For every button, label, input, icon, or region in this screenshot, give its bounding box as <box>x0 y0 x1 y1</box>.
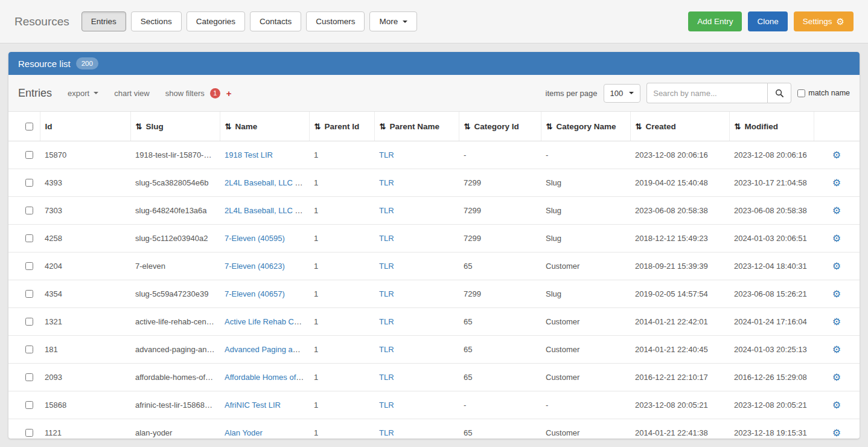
tab-label: Contacts <box>260 17 292 26</box>
row-checkbox[interactable] <box>25 234 33 242</box>
name-link[interactable]: 1918 Test LIR <box>225 150 273 159</box>
row-settings-gear-icon[interactable]: ⚙ <box>832 178 841 188</box>
tab-label: Entries <box>91 17 116 26</box>
row-settings-gear-icon[interactable]: ⚙ <box>832 428 841 438</box>
row-checkbox[interactable] <box>25 401 33 409</box>
table-row: 1321active-life-rehab-centerActive Life … <box>8 308 860 336</box>
chart-view-link[interactable]: chart view <box>114 89 150 98</box>
cell-category-name: Customer <box>541 419 630 439</box>
export-dropdown[interactable]: export <box>68 89 98 98</box>
row-checkbox[interactable] <box>25 346 33 353</box>
row-checkbox[interactable] <box>25 290 33 298</box>
column-header-name[interactable]: ⇅Name <box>220 112 309 141</box>
cell-slug: 7-eleven <box>130 252 220 280</box>
parent-name-link[interactable]: TLR <box>379 428 394 437</box>
name-link[interactable]: AfriNIC Test LIR <box>225 400 281 410</box>
column-header-created[interactable]: ⇅Created <box>630 112 729 141</box>
items-per-page-label: items per page <box>546 89 598 98</box>
row-settings-gear-icon[interactable]: ⚙ <box>832 289 841 299</box>
panel-header: Resource list 200 <box>8 52 860 75</box>
add-filter-button[interactable]: + <box>226 88 232 98</box>
parent-name-link[interactable]: TLR <box>379 345 394 354</box>
cell-category-name: Slug <box>541 197 630 225</box>
parent-name-link[interactable]: TLR <box>379 317 394 326</box>
column-header-modified[interactable]: ⇅Modified <box>729 112 814 141</box>
column-header-slug[interactable]: ⇅Slug <box>130 112 220 141</box>
name-link[interactable]: 2L4L Baseball, LLC U... <box>225 206 307 215</box>
cell-category-name: Slug <box>541 169 630 197</box>
clone-button[interactable]: Clone <box>748 11 787 31</box>
row-checkbox[interactable] <box>25 262 33 270</box>
row-checkbox[interactable] <box>25 429 33 437</box>
name-link[interactable]: Alan Yoder <box>225 428 263 437</box>
tab-sections[interactable]: Sections <box>131 11 182 31</box>
add-entry-button[interactable]: Add Entry <box>688 11 742 31</box>
row-checkbox[interactable] <box>25 318 33 326</box>
row-settings-gear-icon[interactable]: ⚙ <box>832 317 841 327</box>
parent-name-link[interactable]: TLR <box>379 289 394 298</box>
select-all-header <box>8 112 40 141</box>
cell-name: 7-Eleven (40623) <box>220 252 309 280</box>
row-settings-gear-icon[interactable]: ⚙ <box>832 344 841 355</box>
column-label: Category Name <box>556 122 616 131</box>
match-name-toggle[interactable]: match name <box>797 89 850 97</box>
column-header-category_name[interactable]: ⇅Category Name <box>541 112 630 141</box>
name-link[interactable]: Affordable Homes of S... <box>225 373 309 382</box>
cell-parent-id: 1 <box>309 336 374 364</box>
parent-name-link[interactable]: TLR <box>379 234 394 243</box>
tab-entries[interactable]: Entries <box>81 11 126 31</box>
column-header-parent_name[interactable]: ⇅Parent Name <box>374 112 459 141</box>
tab-more[interactable]: More <box>369 11 417 31</box>
parent-name-link[interactable]: TLR <box>379 150 394 159</box>
parent-name-link[interactable]: TLR <box>379 262 394 271</box>
row-settings-gear-icon[interactable]: ⚙ <box>832 372 841 382</box>
name-link[interactable]: 7-Eleven (40657) <box>225 289 285 298</box>
row-settings-gear-icon[interactable]: ⚙ <box>832 261 841 271</box>
cell-parent-name: TLR <box>374 308 459 336</box>
name-link[interactable]: 7-Eleven (40623) <box>225 262 285 271</box>
tab-contacts[interactable]: Contacts <box>250 11 301 31</box>
sort-icon: ⇅ <box>136 122 142 131</box>
clone-label: Clone <box>757 17 778 26</box>
row-checkbox[interactable] <box>25 151 33 159</box>
row-settings-gear-icon[interactable]: ⚙ <box>832 150 841 160</box>
tab-customers[interactable]: Customers <box>306 11 365 31</box>
column-label: Parent Name <box>389 122 439 131</box>
parent-name-link[interactable]: TLR <box>379 400 394 410</box>
parent-name-link[interactable]: TLR <box>379 206 394 215</box>
parent-name-link[interactable]: TLR <box>379 178 394 187</box>
row-checkbox[interactable] <box>25 373 33 381</box>
match-name-checkbox[interactable] <box>797 89 805 97</box>
settings-button[interactable]: Settings ⚙ <box>794 11 854 31</box>
list-toolbar-right: items per page 100 match name <box>546 83 850 103</box>
cell-name: 2L4L Baseball, LLC U... <box>220 169 309 197</box>
cell-modified: 2024-01-03 20:06:51 <box>729 225 814 252</box>
cell-parent-id: 1 <box>309 169 374 197</box>
cell-parent-id: 1 <box>309 308 374 336</box>
cell-parent-id: 1 <box>309 225 374 252</box>
name-link[interactable]: 2L4L Baseball, LLC U... <box>225 178 307 187</box>
select-all-checkbox[interactable] <box>25 123 33 130</box>
row-settings-gear-icon[interactable]: ⚙ <box>832 400 841 410</box>
name-link[interactable]: Active Life Rehab Center <box>225 317 309 326</box>
search-button[interactable] <box>767 83 791 103</box>
row-settings-gear-icon[interactable]: ⚙ <box>832 205 841 216</box>
tab-categories[interactable]: Categories <box>187 11 245 31</box>
column-header-parent_id[interactable]: ⇅Parent Id <box>309 112 374 141</box>
search-input[interactable] <box>646 83 767 103</box>
parent-name-link[interactable]: TLR <box>379 373 394 382</box>
column-label: Name <box>235 122 257 131</box>
column-header-category_id[interactable]: ⇅Category Id <box>459 112 541 141</box>
row-settings-gear-icon[interactable]: ⚙ <box>832 233 841 243</box>
caret-down-icon <box>629 92 634 94</box>
show-filters-link[interactable]: show filters 1 <box>165 88 220 98</box>
items-per-page-select[interactable]: 100 <box>604 84 641 103</box>
cell-category-id: - <box>459 391 541 419</box>
name-link[interactable]: 7-Eleven (40595) <box>225 234 285 243</box>
row-select-cell <box>8 280 40 308</box>
tab-label: More <box>379 17 398 26</box>
row-checkbox[interactable] <box>25 179 33 187</box>
row-checkbox[interactable] <box>25 207 33 214</box>
sort-icon: ⇅ <box>546 122 553 131</box>
name-link[interactable]: Advanced Paging and ... <box>225 345 309 354</box>
